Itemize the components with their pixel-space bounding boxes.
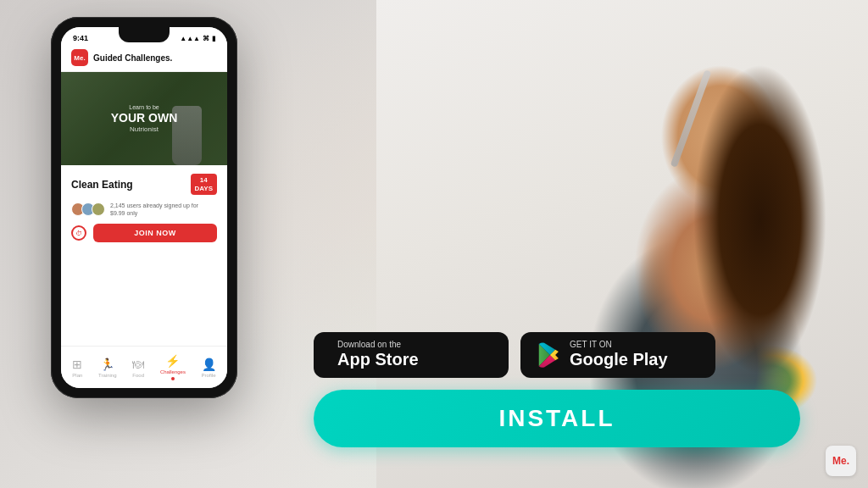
challenges-label: Challenges: [160, 369, 186, 374]
user-avatars: [71, 202, 105, 216]
battery-icon: ▮: [212, 35, 215, 42]
timer-icon: ⏱: [71, 225, 86, 241]
active-indicator: [171, 377, 175, 380]
days-unit: DAYS: [195, 185, 214, 193]
plan-label: Plan: [72, 373, 82, 378]
timer-row: ⏱ JOIN NOW: [71, 224, 217, 242]
training-icon: 🏃: [100, 358, 114, 371]
card-content: Clean Eating 14 DAYS 2,145 users already…: [61, 165, 227, 258]
phone-body: 9:41 ▲▲▲ ⌘ ▮ Me. Guided Challenges. Lear…: [51, 17, 237, 398]
days-number: 14: [195, 176, 214, 185]
profile-icon: 👤: [202, 358, 216, 371]
phone-mockup: 9:41 ▲▲▲ ⌘ ▮ Me. Guided Challenges. Lear…: [51, 17, 237, 398]
install-button[interactable]: INSTALL: [314, 390, 800, 447]
app-store-text: Download on the App Store: [337, 341, 419, 369]
me-watermark: Me.: [826, 446, 856, 476]
profile-label: Profile: [202, 373, 216, 378]
nav-plan[interactable]: ⊞ Plan: [72, 358, 82, 378]
status-time: 9:41: [73, 34, 88, 42]
watermark-text: Me.: [832, 455, 849, 467]
card-title: Clean Eating: [71, 179, 133, 191]
nav-profile[interactable]: 👤 Profile: [202, 358, 216, 378]
phone-screen: 9:41 ▲▲▲ ⌘ ▮ Me. Guided Challenges. Lear…: [61, 27, 227, 388]
users-text: 2,145 users already signed up for$9.99 o…: [110, 202, 198, 217]
card-title-row: Clean Eating 14 DAYS: [71, 174, 217, 195]
plan-icon: ⊞: [72, 358, 82, 371]
status-icons: ▲▲▲ ⌘ ▮: [180, 35, 215, 42]
food-icon: 🍽: [132, 358, 144, 371]
hero-small-text: Learn to be: [111, 104, 178, 110]
app-store-button[interactable]: Download on the App Store: [314, 332, 509, 378]
wifi-icon: ⌘: [203, 35, 209, 42]
nav-training[interactable]: 🏃 Training: [98, 358, 116, 378]
google-play-small: GET IT ON: [570, 341, 668, 349]
google-play-button[interactable]: GET IT ON Google Play: [520, 332, 715, 378]
store-buttons-container: Download on the App Store: [314, 332, 715, 378]
google-play-icon: [536, 342, 561, 368]
app-store-small: Download on the: [337, 341, 419, 349]
nav-food[interactable]: 🍽 Food: [132, 358, 144, 378]
hero-image: Learn to be YOUR OWN Nutrionist: [61, 72, 227, 165]
hero-large-text: YOUR OWN: [111, 112, 178, 124]
users-row: 2,145 users already signed up for$9.99 o…: [71, 202, 217, 217]
training-label: Training: [98, 373, 116, 378]
challenges-icon: ⚡: [165, 354, 180, 368]
days-badge: 14 DAYS: [191, 174, 218, 195]
food-label: Food: [132, 373, 144, 378]
me-logo: Me.: [71, 49, 88, 66]
google-play-big: Google Play: [570, 349, 668, 369]
app-store-big: App Store: [337, 349, 419, 369]
app-header-title: Guided Challenges.: [93, 53, 172, 63]
install-button-container: INSTALL: [314, 390, 800, 447]
avatar-3: [92, 202, 105, 216]
google-play-text: GET IT ON Google Play: [570, 341, 668, 369]
phone-notch: [119, 27, 170, 42]
hero-text: Learn to be YOUR OWN Nutrionist: [111, 104, 178, 133]
signal-icon: ▲▲▲: [180, 35, 200, 42]
app-header: Me. Guided Challenges.: [61, 46, 227, 72]
bottom-nav: ⊞ Plan 🏃 Training 🍽 Food ⚡ Challenges: [61, 346, 227, 388]
join-button[interactable]: JOIN NOW: [93, 224, 217, 242]
nav-challenges[interactable]: ⚡ Challenges: [160, 354, 186, 380]
hero-sub-text: Nutrionist: [111, 125, 178, 133]
